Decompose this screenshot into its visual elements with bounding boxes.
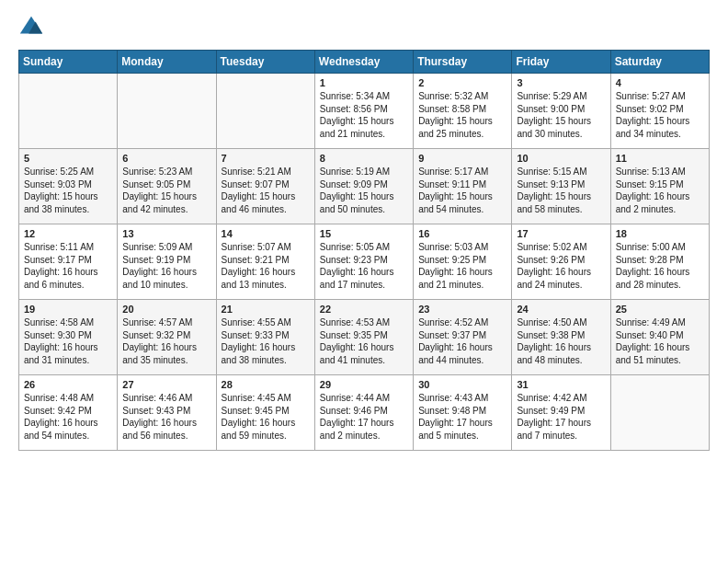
calendar-cell: 13Sunrise: 5:09 AM Sunset: 9:19 PM Dayli…	[118, 224, 216, 300]
day-number: 23	[418, 304, 506, 315]
col-header-tuesday: Tuesday	[216, 51, 314, 74]
calendar-week-row: 26Sunrise: 4:48 AM Sunset: 9:42 PM Dayli…	[19, 375, 710, 451]
header	[18, 15, 710, 40]
day-info: Sunrise: 4:43 AM Sunset: 9:48 PM Dayligh…	[418, 392, 506, 442]
day-number: 7	[222, 153, 310, 164]
day-info: Sunrise: 5:15 AM Sunset: 9:13 PM Dayligh…	[517, 166, 605, 215]
day-info: Sunrise: 4:45 AM Sunset: 9:45 PM Dayligh…	[222, 392, 310, 442]
col-header-saturday: Saturday	[610, 51, 709, 74]
day-number: 11	[616, 153, 704, 164]
day-number: 29	[320, 379, 408, 390]
day-number: 4	[616, 77, 704, 88]
day-number: 28	[222, 379, 310, 390]
calendar-week-row: 5Sunrise: 5:25 AM Sunset: 9:03 PM Daylig…	[19, 149, 710, 224]
calendar-cell	[216, 74, 314, 149]
calendar-cell: 26Sunrise: 4:48 AM Sunset: 9:42 PM Dayli…	[19, 375, 118, 451]
day-info: Sunrise: 5:32 AM Sunset: 8:58 PM Dayligh…	[418, 90, 506, 140]
calendar-cell: 4Sunrise: 5:27 AM Sunset: 9:02 PM Daylig…	[610, 74, 709, 149]
col-header-thursday: Thursday	[414, 51, 512, 74]
calendar-week-row: 12Sunrise: 5:11 AM Sunset: 9:17 PM Dayli…	[19, 224, 710, 300]
day-info: Sunrise: 4:46 AM Sunset: 9:43 PM Dayligh…	[122, 392, 210, 442]
day-info: Sunrise: 5:29 AM Sunset: 9:00 PM Dayligh…	[517, 90, 605, 140]
day-number: 27	[122, 379, 210, 390]
logo	[18, 15, 48, 40]
page: SundayMondayTuesdayWednesdayThursdayFrid…	[0, 0, 728, 460]
day-info: Sunrise: 5:27 AM Sunset: 9:02 PM Dayligh…	[616, 90, 704, 140]
calendar-cell: 10Sunrise: 5:15 AM Sunset: 9:13 PM Dayli…	[512, 149, 610, 224]
day-info: Sunrise: 5:09 AM Sunset: 9:19 PM Dayligh…	[122, 241, 210, 291]
calendar-cell: 7Sunrise: 5:21 AM Sunset: 9:07 PM Daylig…	[216, 149, 314, 224]
calendar-cell: 29Sunrise: 4:44 AM Sunset: 9:46 PM Dayli…	[314, 375, 413, 451]
calendar-cell	[118, 74, 216, 149]
col-header-sunday: Sunday	[19, 51, 118, 74]
calendar-cell: 19Sunrise: 4:58 AM Sunset: 9:30 PM Dayli…	[19, 300, 118, 375]
day-number: 8	[320, 153, 408, 164]
day-number: 19	[24, 304, 112, 315]
day-info: Sunrise: 5:02 AM Sunset: 9:26 PM Dayligh…	[517, 241, 605, 291]
day-number: 22	[320, 304, 408, 315]
day-number: 5	[24, 153, 112, 164]
day-info: Sunrise: 5:05 AM Sunset: 9:23 PM Dayligh…	[320, 241, 408, 291]
calendar-cell: 12Sunrise: 5:11 AM Sunset: 9:17 PM Dayli…	[19, 224, 118, 300]
calendar-cell: 9Sunrise: 5:17 AM Sunset: 9:11 PM Daylig…	[414, 149, 512, 224]
day-info: Sunrise: 5:25 AM Sunset: 9:03 PM Dayligh…	[24, 166, 112, 215]
day-number: 6	[122, 153, 210, 164]
day-number: 18	[616, 228, 704, 239]
day-number: 12	[24, 228, 112, 239]
day-number: 16	[418, 228, 506, 239]
calendar-cell: 8Sunrise: 5:19 AM Sunset: 9:09 PM Daylig…	[314, 149, 413, 224]
calendar-cell: 6Sunrise: 5:23 AM Sunset: 9:05 PM Daylig…	[118, 149, 216, 224]
col-header-friday: Friday	[512, 51, 610, 74]
calendar-table: SundayMondayTuesdayWednesdayThursdayFrid…	[18, 50, 710, 451]
day-info: Sunrise: 4:50 AM Sunset: 9:38 PM Dayligh…	[517, 316, 605, 366]
day-info: Sunrise: 5:03 AM Sunset: 9:25 PM Dayligh…	[418, 241, 506, 291]
day-number: 15	[320, 228, 408, 239]
day-info: Sunrise: 5:23 AM Sunset: 9:05 PM Dayligh…	[122, 166, 210, 215]
day-info: Sunrise: 4:52 AM Sunset: 9:37 PM Dayligh…	[418, 316, 506, 366]
day-info: Sunrise: 5:07 AM Sunset: 9:21 PM Dayligh…	[222, 241, 310, 291]
calendar-cell: 30Sunrise: 4:43 AM Sunset: 9:48 PM Dayli…	[414, 375, 512, 451]
calendar-cell: 1Sunrise: 5:34 AM Sunset: 8:56 PM Daylig…	[314, 74, 413, 149]
day-info: Sunrise: 5:00 AM Sunset: 9:28 PM Dayligh…	[616, 241, 704, 291]
day-info: Sunrise: 4:57 AM Sunset: 9:32 PM Dayligh…	[122, 316, 210, 366]
day-number: 3	[517, 77, 605, 88]
day-number: 24	[517, 304, 605, 315]
calendar-week-row: 1Sunrise: 5:34 AM Sunset: 8:56 PM Daylig…	[19, 74, 710, 149]
col-header-monday: Monday	[118, 51, 216, 74]
calendar-cell: 23Sunrise: 4:52 AM Sunset: 9:37 PM Dayli…	[414, 300, 512, 375]
calendar-cell: 5Sunrise: 5:25 AM Sunset: 9:03 PM Daylig…	[19, 149, 118, 224]
day-info: Sunrise: 4:58 AM Sunset: 9:30 PM Dayligh…	[24, 316, 112, 366]
day-info: Sunrise: 5:17 AM Sunset: 9:11 PM Dayligh…	[418, 166, 506, 215]
calendar-cell: 24Sunrise: 4:50 AM Sunset: 9:38 PM Dayli…	[512, 300, 610, 375]
day-info: Sunrise: 5:19 AM Sunset: 9:09 PM Dayligh…	[320, 166, 408, 215]
day-number: 13	[122, 228, 210, 239]
calendar-week-row: 19Sunrise: 4:58 AM Sunset: 9:30 PM Dayli…	[19, 300, 710, 375]
day-number: 26	[24, 379, 112, 390]
day-info: Sunrise: 4:55 AM Sunset: 9:33 PM Dayligh…	[222, 316, 310, 366]
calendar-cell: 25Sunrise: 4:49 AM Sunset: 9:40 PM Dayli…	[610, 300, 709, 375]
calendar-cell: 11Sunrise: 5:13 AM Sunset: 9:15 PM Dayli…	[610, 149, 709, 224]
calendar-cell: 21Sunrise: 4:55 AM Sunset: 9:33 PM Dayli…	[216, 300, 314, 375]
day-number: 9	[418, 153, 506, 164]
day-number: 21	[222, 304, 310, 315]
day-number: 17	[517, 228, 605, 239]
calendar-header-row: SundayMondayTuesdayWednesdayThursdayFrid…	[19, 51, 710, 74]
logo-icon	[18, 15, 44, 40]
calendar-cell: 15Sunrise: 5:05 AM Sunset: 9:23 PM Dayli…	[314, 224, 413, 300]
calendar-cell: 22Sunrise: 4:53 AM Sunset: 9:35 PM Dayli…	[314, 300, 413, 375]
day-info: Sunrise: 5:21 AM Sunset: 9:07 PM Dayligh…	[222, 166, 310, 215]
calendar-cell: 20Sunrise: 4:57 AM Sunset: 9:32 PM Dayli…	[118, 300, 216, 375]
day-number: 20	[122, 304, 210, 315]
calendar-cell: 16Sunrise: 5:03 AM Sunset: 9:25 PM Dayli…	[414, 224, 512, 300]
day-number: 2	[418, 77, 506, 88]
calendar-cell: 31Sunrise: 4:42 AM Sunset: 9:49 PM Dayli…	[512, 375, 610, 451]
day-info: Sunrise: 4:44 AM Sunset: 9:46 PM Dayligh…	[320, 392, 408, 442]
day-number: 1	[320, 77, 408, 88]
day-info: Sunrise: 4:48 AM Sunset: 9:42 PM Dayligh…	[24, 392, 112, 442]
col-header-wednesday: Wednesday	[314, 51, 413, 74]
day-info: Sunrise: 4:53 AM Sunset: 9:35 PM Dayligh…	[320, 316, 408, 366]
day-info: Sunrise: 4:42 AM Sunset: 9:49 PM Dayligh…	[517, 392, 605, 442]
calendar-cell: 14Sunrise: 5:07 AM Sunset: 9:21 PM Dayli…	[216, 224, 314, 300]
day-info: Sunrise: 5:11 AM Sunset: 9:17 PM Dayligh…	[24, 241, 112, 291]
calendar-cell	[19, 74, 118, 149]
